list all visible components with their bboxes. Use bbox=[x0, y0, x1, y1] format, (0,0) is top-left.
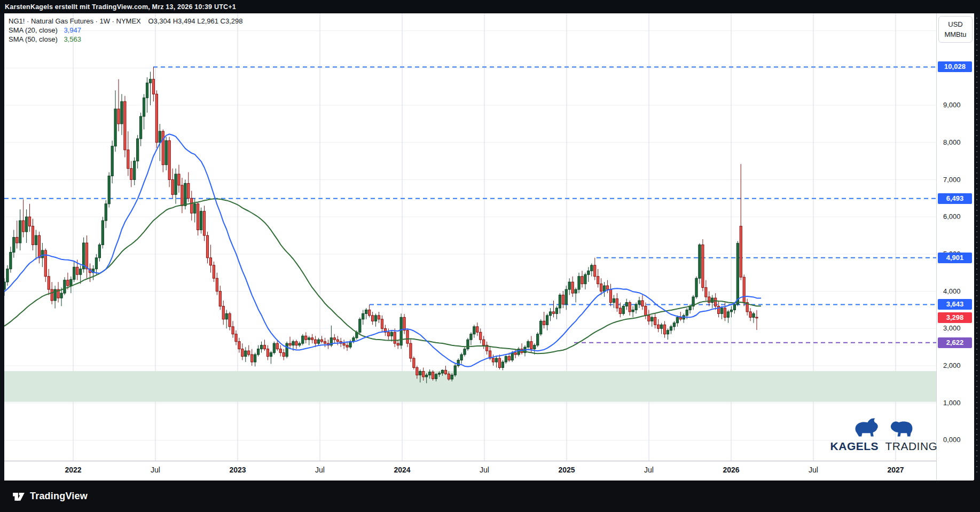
price-tick: 4,000 bbox=[943, 287, 961, 296]
sma50-value: 3,563 bbox=[64, 35, 81, 43]
candles-layer bbox=[4, 67, 758, 383]
price-level-label: 10,028 bbox=[938, 61, 972, 72]
kagels-trading-watermark: KAGELS TRADING bbox=[822, 416, 945, 453]
symbol-legend-row[interactable]: NG1! · Natural Gas Futures · 1W · NYMEX … bbox=[9, 17, 243, 26]
left-frame-strip bbox=[0, 13, 4, 480]
time-tick: 2025 bbox=[551, 466, 583, 474]
sma20-line bbox=[4, 134, 761, 366]
currency-label: USD bbox=[948, 20, 962, 28]
sma20-legend-row[interactable]: SMA (20, close) 3,947 bbox=[9, 26, 243, 35]
ohlc-values: O3,304 H3,494 L2,961 C3,298 bbox=[148, 17, 242, 25]
right-frame-strip bbox=[974, 13, 980, 480]
time-tick: 2022 bbox=[57, 466, 89, 474]
time-tick: 2023 bbox=[222, 466, 254, 474]
time-tick: 2024 bbox=[386, 466, 418, 474]
attribution-bar: KarstenKagels erstellt mit TradingView.c… bbox=[0, 0, 980, 13]
symbol-title: NG1! · Natural Gas Futures · 1W · NYMEX bbox=[9, 17, 141, 25]
time-tick: 2027 bbox=[880, 466, 912, 474]
time-tick: Jul bbox=[797, 466, 829, 474]
price-level-label: 4,901 bbox=[938, 253, 972, 263]
price-level-label: 3,298 bbox=[938, 312, 972, 323]
scrollbar-dots bbox=[976, 18, 977, 476]
price-tick: 1,000 bbox=[943, 399, 961, 407]
chart-legend[interactable]: NG1! · Natural Gas Futures · 1W · NYMEX … bbox=[9, 17, 243, 44]
time-axis[interactable]: 2022Jul2023Jul2024Jul2025Jul2026Jul2027 bbox=[4, 461, 974, 481]
time-tick: 2026 bbox=[715, 466, 747, 474]
price-chart-canvas[interactable] bbox=[4, 13, 936, 461]
bottom-bar: TradingView bbox=[0, 480, 980, 512]
price-level-label: 3,643 bbox=[938, 299, 972, 310]
price-level-label: 6,493 bbox=[938, 193, 972, 204]
sma20-label: SMA (20, close) bbox=[9, 26, 58, 34]
sma50-label: SMA (50, close) bbox=[9, 35, 58, 43]
bull-bear-icons bbox=[822, 416, 945, 439]
tradingview-mark-icon bbox=[12, 489, 26, 503]
brand-wordmark: KAGELS TRADING bbox=[822, 440, 945, 453]
tradingview-chart-window: KarstenKagels erstellt mit TradingView.c… bbox=[0, 0, 980, 512]
bear-icon bbox=[887, 416, 916, 438]
price-tick: 9,000 bbox=[943, 101, 961, 109]
time-tick: Jul bbox=[304, 466, 336, 474]
unit-label: MMBtu bbox=[944, 30, 966, 38]
price-tick: 2,000 bbox=[943, 361, 961, 370]
price-tick: 6,000 bbox=[943, 212, 961, 221]
currency-unit-box[interactable]: USD MMBtu bbox=[938, 16, 973, 43]
sma50-legend-row[interactable]: SMA (50, close) 3,563 bbox=[9, 35, 243, 44]
time-tick: Jul bbox=[468, 466, 500, 474]
brand-trading: TRADING bbox=[885, 440, 937, 452]
sma20-value: 3,947 bbox=[64, 26, 81, 34]
sma50-line bbox=[4, 199, 761, 353]
price-tick: 3,000 bbox=[943, 324, 961, 333]
tradingview-wordmark: TradingView bbox=[30, 491, 88, 502]
demand-zone bbox=[4, 371, 936, 402]
price-tick: 7,000 bbox=[943, 176, 961, 184]
bull-icon bbox=[851, 416, 881, 438]
time-tick: Jul bbox=[139, 466, 171, 474]
price-tick: 0,000 bbox=[943, 436, 961, 444]
price-tick: 8,000 bbox=[943, 138, 961, 147]
tradingview-logo[interactable]: TradingView bbox=[12, 489, 88, 503]
attribution-text: KarstenKagels erstellt mit TradingView.c… bbox=[0, 3, 236, 11]
chart-panel[interactable] bbox=[4, 13, 936, 461]
time-tick: Jul bbox=[633, 466, 665, 474]
price-axis[interactable]: 9,0008,0007,0006,0005,0004,0003,0002,000… bbox=[936, 13, 974, 480]
brand-kagels: KAGELS bbox=[830, 440, 879, 452]
price-level-label: 2,622 bbox=[938, 337, 972, 348]
